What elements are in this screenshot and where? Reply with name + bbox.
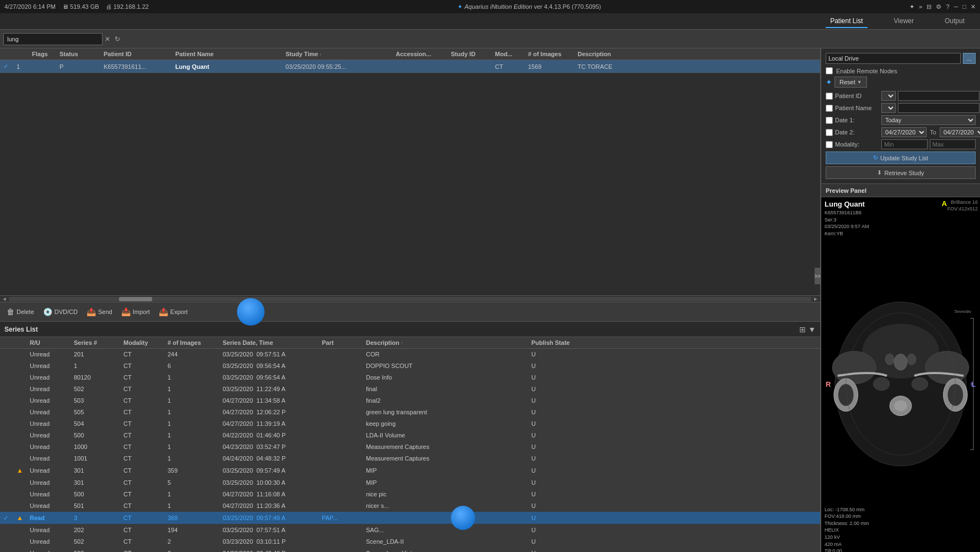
help-icon[interactable]: ?: [946, 3, 949, 10]
td-num: 1: [13, 62, 29, 71]
tab-patient-list[interactable]: Patient List: [826, 15, 867, 28]
series-row[interactable]: ▲ Unread 301 CT 359 03/25/2020 09:57:49 …: [0, 464, 820, 477]
th-study-id[interactable]: Study ID: [448, 50, 492, 58]
date1-select[interactable]: Today: [881, 115, 976, 125]
series-row[interactable]: Unread 80120 CT 1 03/25/2020 09:56:54 A …: [0, 372, 820, 383]
svg-point-3: [832, 351, 876, 384]
patient-name-filter-row: Patient Name: [826, 103, 976, 113]
ct-label-l: L: [971, 380, 976, 388]
patient-id-select[interactable]: [881, 91, 896, 101]
modality-min-input[interactable]: [881, 139, 928, 149]
th-patient-id[interactable]: Patient ID: [100, 50, 172, 58]
blue-circle-indicator[interactable]: [237, 298, 265, 326]
series-row[interactable]: Unread 502 CT 1 03/25/2020 11:22:49 A fi…: [0, 383, 820, 395]
grid-view-icon[interactable]: ⊞: [799, 325, 806, 334]
series-row[interactable]: Unread 503 CT 1 04/27/2020 11:34:58 A fi…: [0, 395, 820, 407]
enable-remote-nodes-row: Enable Remote Nodes: [826, 67, 976, 74]
panel-expand-arrow[interactable]: >>: [815, 268, 820, 284]
td-patient-id: K6557391611...: [100, 62, 172, 71]
patient-table-scrollbar[interactable]: ◄ ►: [0, 295, 820, 302]
sth-desc[interactable]: Description: [363, 338, 528, 347]
tab-output[interactable]: Output: [940, 15, 969, 28]
th-accession[interactable]: Accession...: [392, 50, 448, 58]
window-minimize[interactable]: ─: [954, 3, 959, 10]
minimize-icon[interactable]: ✦: [909, 3, 914, 10]
series-row[interactable]: Unread 501 CT 1 04/27/2020 11:20:36 A ni…: [0, 500, 820, 512]
series-row[interactable]: Unread 500 CT 1 04/27/2020 11:16:08 A ni…: [0, 489, 820, 500]
series-row[interactable]: Unread 504 CT 1 04/27/2020 11:39:19 A ke…: [0, 418, 820, 430]
sth-date[interactable]: Series Date, Time: [219, 338, 319, 347]
patient-name-input[interactable]: [898, 103, 979, 113]
update-study-button[interactable]: ↻ Update Study List: [826, 151, 976, 164]
sth-images[interactable]: # of Images: [164, 338, 219, 347]
th-status[interactable]: Status: [56, 50, 100, 58]
retrieve-study-button[interactable]: ⬇ Retrieve Study: [826, 166, 976, 179]
th-flags[interactable]: Flags: [29, 50, 56, 58]
export-button[interactable]: 📤 Export: [159, 307, 188, 316]
send-button[interactable]: 📤 Send: [87, 307, 112, 316]
window-icon[interactable]: ⊟: [927, 3, 931, 10]
series-row[interactable]: Unread 201 CT 244 03/25/2020 09:57:51 A …: [0, 349, 820, 360]
modality-checkbox[interactable]: [826, 141, 833, 148]
series-row[interactable]: Unread 202 CT 194 03/25/2020 07:57:51 A …: [0, 524, 820, 536]
sth-ru[interactable]: R/U: [26, 338, 71, 347]
search-input[interactable]: [3, 33, 103, 45]
patient-row-1[interactable]: ✓ 1 P K6557391611... Lung Quant 03/25/20…: [0, 60, 820, 73]
sth-series[interactable]: Series #: [71, 338, 120, 347]
ip-address: 🖨 192.168.1.22: [106, 3, 149, 10]
scroll-left-arrow[interactable]: ◄: [0, 296, 9, 302]
patient-id-checkbox[interactable]: [826, 93, 833, 100]
series-row-selected[interactable]: ✓ ▲ Read 3 CT 368 03/25/2020 09:57:49 A …: [0, 512, 820, 524]
patient-name-select[interactable]: [881, 103, 896, 113]
ct-scan-image: [821, 197, 980, 552]
patient-id-input[interactable]: [898, 91, 979, 101]
scroll-track[interactable]: [9, 297, 811, 301]
enable-remote-nodes-checkbox[interactable]: [826, 67, 833, 74]
date2-filter-row: Date 2: 04/27/2020 To 04/27/2020: [826, 127, 976, 137]
th-images[interactable]: # of Images: [525, 50, 574, 58]
import-button[interactable]: 📥 Import: [121, 307, 150, 316]
series-row[interactable]: Unread 1000 CT 1 04/23/2020 03:52:47 P M…: [0, 441, 820, 453]
svg-point-15: [873, 377, 890, 391]
sth-modality[interactable]: Modality: [120, 338, 164, 347]
series-row[interactable]: Unread 301 CT 5 03/25/2020 10:00:30 A MI…: [0, 477, 820, 489]
th-modality[interactable]: Mod...: [492, 50, 525, 58]
series-row[interactable]: Unread 500 CT 1 04/22/2020 01:46:40 P LD…: [0, 430, 820, 441]
date2-checkbox[interactable]: [826, 129, 833, 136]
reset-button[interactable]: Reset ▼: [834, 77, 867, 88]
series-list-header: Series List ⊞ ▼: [0, 322, 820, 337]
local-drive-input[interactable]: [826, 53, 961, 64]
scroll-thumb[interactable]: [119, 297, 152, 301]
date2-from-select[interactable]: 04/27/2020: [881, 127, 927, 137]
search-refresh-button[interactable]: ↻: [112, 35, 122, 43]
reset-dropdown-arrow[interactable]: ▼: [857, 79, 862, 85]
window-restore[interactable]: □: [962, 3, 966, 10]
patient-name-checkbox[interactable]: [826, 105, 833, 112]
th-description[interactable]: Description: [574, 50, 685, 58]
delete-button[interactable]: 🗑 Delete: [7, 307, 34, 316]
series-row[interactable]: Unread 1 CT 6 03/25/2020 09:56:54 A DOPP…: [0, 360, 820, 372]
local-drive-browse-button[interactable]: ...: [963, 53, 976, 64]
series-row[interactable]: Unread 502 CT 2 03/23/2020 03:10:11 P Sc…: [0, 536, 820, 548]
right-panel: ... Enable Remote Nodes ✦ Reset ▼ Patien…: [820, 48, 980, 552]
series-row[interactable]: Unread 500 CT 2 04/23/2020 02:48:46 P Sc…: [0, 548, 820, 552]
series-blue-circle[interactable]: [451, 506, 475, 530]
dvd-button[interactable]: 💿 DVD/CD: [43, 307, 78, 316]
tab-viewer[interactable]: Viewer: [890, 15, 918, 28]
series-row[interactable]: Unread 505 CT 1 04/27/2020 12:06:22 P gr…: [0, 407, 820, 418]
search-clear-button[interactable]: ✕: [103, 35, 112, 43]
date1-checkbox[interactable]: [826, 117, 833, 124]
window-close[interactable]: ✕: [971, 3, 976, 10]
sth-publish[interactable]: Publish State: [528, 338, 583, 347]
modality-max-input[interactable]: [930, 139, 976, 149]
date2-to-select[interactable]: 04/27/2020: [940, 127, 980, 137]
top-bar-center: ✦ Aquarius iNtuition Edition ver 4.4.13.…: [457, 3, 601, 10]
expand-icon[interactable]: »: [919, 3, 922, 10]
sth-part[interactable]: Part: [319, 338, 363, 347]
list-options-icon[interactable]: ▼: [808, 325, 816, 334]
settings-icon[interactable]: ⚙: [936, 3, 941, 10]
th-patient-name[interactable]: Patient Name: [172, 50, 282, 58]
scroll-right-arrow[interactable]: ►: [811, 296, 820, 302]
series-row[interactable]: Unread 1001 CT 1 04/24/2020 04:48:32 P M…: [0, 453, 820, 464]
th-study-time[interactable]: Study Time: [282, 50, 392, 58]
